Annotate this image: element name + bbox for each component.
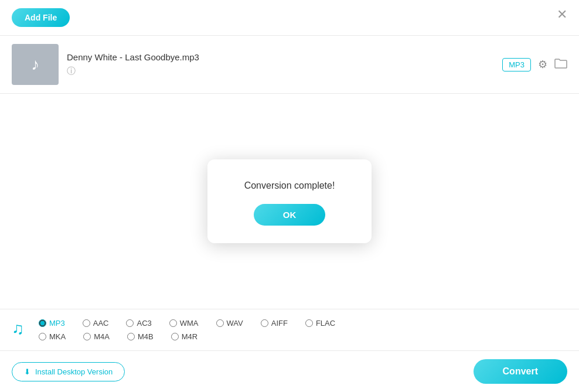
format-aiff[interactable]: AIFF <box>261 319 288 328</box>
format-bar: ♫ MP3 AAC AC3 WMA WAV <box>0 309 579 350</box>
dialog-overlay: Conversion complete! OK <box>0 94 579 309</box>
info-icon[interactable]: ⓘ <box>67 66 76 76</box>
app-window: Add File ✕ ♪ Denny White - Last Goodbye.… <box>0 0 579 392</box>
file-info: Denny White - Last Goodbye.mp3 ⓘ <box>67 52 494 77</box>
open-folder-button[interactable] <box>554 58 567 71</box>
svg-text:♫: ♫ <box>12 319 24 338</box>
bottom-bar: ⬇ Install Desktop Version Convert <box>0 350 579 392</box>
settings-button[interactable]: ⚙ <box>538 58 547 71</box>
format-m4b[interactable]: M4B <box>127 332 154 341</box>
add-file-button[interactable]: Add File <box>12 8 70 27</box>
dialog-box: Conversion complete! OK <box>207 159 372 243</box>
format-flac[interactable]: FLAC <box>305 319 335 328</box>
install-desktop-button[interactable]: ⬇ Install Desktop Version <box>12 362 125 381</box>
format-aac[interactable]: AAC <box>83 319 109 328</box>
folder-icon <box>554 58 567 69</box>
dialog-message: Conversion complete! <box>243 180 336 191</box>
format-wav[interactable]: WAV <box>216 319 243 328</box>
format-row-2: MKA M4A M4B M4R <box>39 332 567 341</box>
top-bar: Add File ✕ <box>0 0 579 36</box>
format-mp3[interactable]: MP3 <box>39 319 65 328</box>
file-name: Denny White - Last Goodbye.mp3 <box>67 52 494 62</box>
file-row: ♪ Denny White - Last Goodbye.mp3 ⓘ MP3 ⚙ <box>0 36 579 94</box>
format-music-icon: ♫ <box>12 319 29 341</box>
format-badge: MP3 <box>502 58 531 71</box>
format-m4r[interactable]: M4R <box>171 332 197 341</box>
format-mka[interactable]: MKA <box>39 332 66 341</box>
ok-button[interactable]: OK <box>254 204 326 226</box>
download-icon: ⬇ <box>24 367 30 376</box>
format-options: MP3 AAC AC3 WMA WAV AIFF F <box>39 319 567 341</box>
format-m4a[interactable]: M4A <box>83 332 110 341</box>
close-button[interactable]: ✕ <box>557 8 567 21</box>
music-note-icon: ♪ <box>31 55 39 74</box>
convert-button[interactable]: Convert <box>474 359 567 384</box>
format-wma[interactable]: WMA <box>169 319 199 328</box>
install-label: Install Desktop Version <box>35 367 113 376</box>
middle-section: Conversion complete! OK <box>0 94 579 309</box>
format-row-1: MP3 AAC AC3 WMA WAV AIFF F <box>39 319 567 328</box>
file-thumbnail: ♪ <box>12 44 59 85</box>
file-actions: MP3 ⚙ <box>502 58 567 71</box>
format-ac3[interactable]: AC3 <box>126 319 151 328</box>
